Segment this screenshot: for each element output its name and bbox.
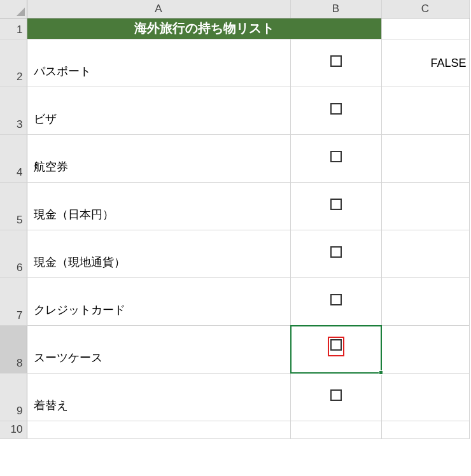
checkbox-icon[interactable] xyxy=(330,103,342,115)
cell-C1[interactable] xyxy=(381,18,469,39)
row-header-2[interactable]: 2 xyxy=(0,39,27,87)
cell-B4[interactable] xyxy=(290,134,381,182)
cell-A4[interactable]: 航空券 xyxy=(27,134,290,182)
cell-B5[interactable] xyxy=(290,182,381,230)
row-header-10[interactable]: 10 xyxy=(0,421,27,438)
row-header-1[interactable]: 1 xyxy=(0,18,27,39)
row-header-3[interactable]: 3 xyxy=(0,87,27,134)
checkbox-icon[interactable] xyxy=(330,294,342,305)
checkbox-icon[interactable] xyxy=(330,339,342,351)
cell-B3[interactable] xyxy=(290,87,381,134)
cell-C5[interactable] xyxy=(381,182,469,230)
checkbox-icon[interactable] xyxy=(330,246,342,258)
col-header-C[interactable]: C xyxy=(381,0,469,18)
row-header-5[interactable]: 5 xyxy=(0,182,27,230)
row-header-6[interactable]: 6 xyxy=(0,230,27,277)
cell-C2[interactable]: FALSE xyxy=(381,39,469,87)
cell-C3[interactable] xyxy=(381,87,469,134)
cell-C4[interactable] xyxy=(381,134,469,182)
row-header-8[interactable]: 8 xyxy=(0,325,27,373)
cell-B10[interactable] xyxy=(290,421,381,438)
cell-B9[interactable] xyxy=(290,373,381,421)
cell-A3[interactable]: ビザ xyxy=(27,87,290,134)
cell-C8[interactable] xyxy=(381,325,469,373)
checkbox-icon[interactable] xyxy=(330,199,342,210)
cell-B8-selected[interactable] xyxy=(290,325,381,373)
cell-A9[interactable]: 着替え xyxy=(27,373,290,421)
cell-B7[interactable] xyxy=(290,277,381,325)
checkbox-selected-outline xyxy=(328,337,344,356)
cell-A7[interactable]: クレジットカード xyxy=(27,277,290,325)
row-header-9[interactable]: 9 xyxy=(0,373,27,421)
cell-B6[interactable] xyxy=(290,230,381,277)
cell-B2[interactable] xyxy=(290,39,381,87)
cell-C10[interactable] xyxy=(381,421,469,438)
title-cell[interactable]: 海外旅行の持ち物リスト xyxy=(27,18,381,39)
checkbox-icon[interactable] xyxy=(330,389,342,401)
cell-C7[interactable] xyxy=(381,277,469,325)
cell-A8[interactable]: スーツケース xyxy=(27,325,290,373)
col-header-A[interactable]: A xyxy=(27,0,290,18)
checkbox-icon[interactable] xyxy=(330,151,342,162)
cell-A6[interactable]: 現金（現地通貨） xyxy=(27,230,290,277)
row-header-4[interactable]: 4 xyxy=(0,134,27,182)
select-all-corner[interactable] xyxy=(0,0,27,18)
row-header-7[interactable]: 7 xyxy=(0,277,27,325)
cell-A2[interactable]: パスポート xyxy=(27,39,290,87)
cell-A5[interactable]: 現金（日本円） xyxy=(27,182,290,230)
checkbox-icon[interactable] xyxy=(330,55,342,67)
cell-C6[interactable] xyxy=(381,230,469,277)
cell-C9[interactable] xyxy=(381,373,469,421)
col-header-B[interactable]: B xyxy=(290,0,381,18)
cell-A10[interactable] xyxy=(27,421,290,438)
spreadsheet-grid: A B C 1 海外旅行の持ち物リスト 2 パスポート FALSE 3 ビザ 4… xyxy=(0,0,470,439)
